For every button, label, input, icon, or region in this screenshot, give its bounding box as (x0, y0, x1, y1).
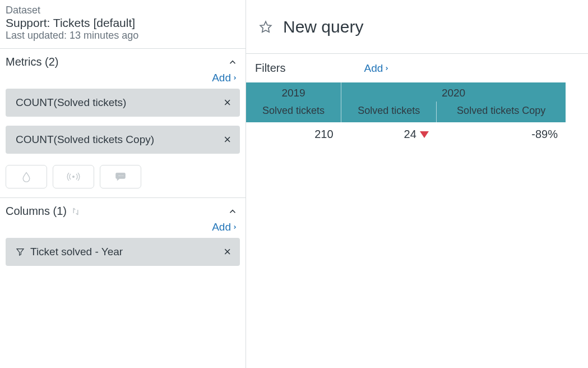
columns-title: Columns (1) (6, 205, 81, 218)
metrics-title: Metrics (2) (6, 56, 58, 68)
column-chips: Ticket solved - Year × (0, 238, 246, 275)
metric-chip[interactable]: COUNT(Solved tickets Copy) × (6, 126, 240, 154)
svg-point-2 (121, 175, 122, 176)
swap-icon[interactable] (70, 206, 81, 217)
trend-down-icon (420, 131, 429, 138)
columns-title-text: Columns (6, 205, 50, 218)
chevron-right-icon (232, 75, 238, 81)
filters-add-button[interactable]: Add (364, 62, 390, 75)
signal-icon-button[interactable] (53, 165, 94, 188)
sidebar: Dataset Support: Tickets [default] Last … (0, 0, 246, 368)
svg-point-1 (119, 175, 120, 176)
chevron-right-icon (384, 65, 390, 72)
filters-add-label: Add (364, 62, 383, 75)
filters-row: Filters Add (246, 54, 588, 82)
columns-count: (1) (53, 205, 66, 218)
cell-value: -89% (437, 122, 566, 146)
svg-point-0 (72, 176, 75, 178)
svg-marker-4 (260, 21, 271, 32)
year-header[interactable]: 2019 (246, 82, 341, 102)
metric-header[interactable]: Solved tickets (341, 102, 437, 122)
remove-metric-button[interactable]: × (224, 134, 231, 146)
cell-value: 210 (246, 122, 341, 146)
cell-number: 24 (404, 128, 416, 141)
comment-icon-button[interactable] (100, 165, 141, 188)
query-title[interactable]: New query (283, 17, 363, 36)
drop-icon (21, 171, 32, 183)
signal-icon (66, 171, 81, 182)
chevron-right-icon (232, 224, 238, 231)
metric-chip-label: COUNT(Solved tickets Copy) (16, 134, 154, 146)
column-chip-label: Ticket solved - Year (30, 246, 123, 258)
dataset-updated: Last updated: 13 minutes ago (6, 30, 240, 42)
metrics-add-label: Add (212, 72, 231, 84)
metric-header[interactable]: Solved tickets Copy (437, 102, 566, 122)
metrics-add-button[interactable]: Add (212, 72, 238, 84)
main-panel: New query Filters Add 2019 2020 Solved t… (246, 0, 588, 368)
table-row: 210 24 -89% (246, 122, 566, 146)
svg-point-3 (122, 175, 123, 176)
chart-type-row (0, 163, 246, 198)
year-header[interactable]: 2020 (341, 82, 566, 102)
metrics-count: (2) (45, 56, 58, 68)
dataset-block: Dataset Support: Tickets [default] Last … (0, 0, 246, 49)
column-chip[interactable]: Ticket solved - Year × (6, 238, 240, 266)
metric-chip-label: COUNT(Solved tickets) (16, 96, 126, 109)
remove-column-button[interactable]: × (224, 246, 231, 258)
comment-icon (114, 171, 127, 182)
cell-value: 24 (341, 122, 437, 146)
main-header: New query (246, 0, 588, 54)
metric-chips: COUNT(Solved tickets) × COUNT(Solved tic… (0, 89, 246, 163)
remove-metric-button[interactable]: × (224, 96, 231, 109)
drop-icon-button[interactable] (6, 165, 47, 188)
metrics-title-text: Metrics (6, 56, 41, 68)
metric-header[interactable]: Solved tickets (246, 102, 341, 122)
filter-icon (16, 247, 25, 256)
star-icon[interactable] (258, 20, 273, 34)
results-table: 2019 2020 Solved tickets Solved tickets … (246, 82, 588, 146)
columns-section-header[interactable]: Columns (1) (0, 198, 246, 221)
chevron-up-icon[interactable] (228, 206, 238, 217)
columns-add-label: Add (212, 221, 231, 233)
metrics-section-header[interactable]: Metrics (2) (0, 49, 246, 72)
dataset-name[interactable]: Support: Tickets [default] (6, 16, 240, 30)
chevron-up-icon[interactable] (228, 57, 238, 67)
metric-chip[interactable]: COUNT(Solved tickets) × (6, 89, 240, 117)
columns-add-button[interactable]: Add (212, 221, 238, 233)
dataset-label: Dataset (6, 4, 240, 16)
filters-label: Filters (255, 62, 285, 75)
